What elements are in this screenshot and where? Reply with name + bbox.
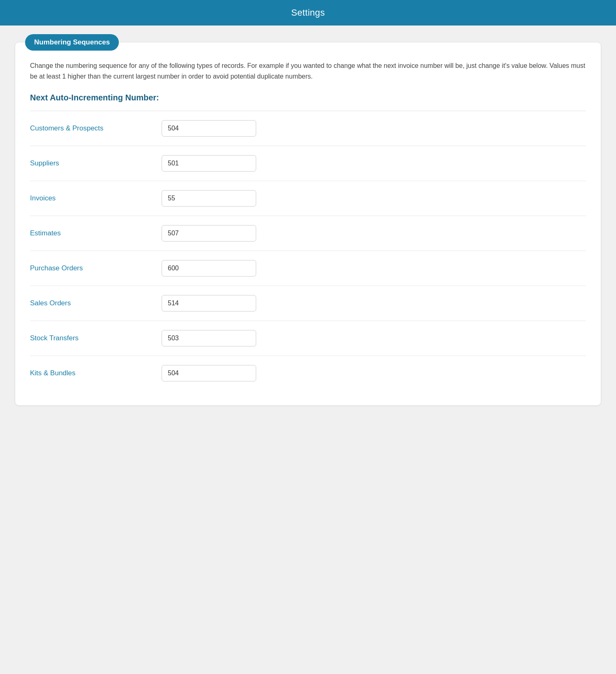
sequence-label: Suppliers	[30, 159, 162, 167]
sequences-container: Customers & ProspectsSuppliersInvoicesEs…	[30, 111, 586, 390]
numbering-sequences-card: Numbering Sequences Change the numbering…	[15, 42, 601, 406]
sequence-label: Estimates	[30, 229, 162, 237]
sequence-input[interactable]	[162, 225, 256, 242]
sequence-input[interactable]	[162, 295, 256, 311]
table-row: Estimates	[30, 216, 586, 251]
section-title: Next Auto-Incrementing Number:	[30, 93, 586, 102]
sequence-label: Customers & Prospects	[30, 124, 162, 132]
table-row: Purchase Orders	[30, 251, 586, 286]
sequence-label: Sales Orders	[30, 299, 162, 307]
sequence-label: Invoices	[30, 194, 162, 202]
table-row: Sales Orders	[30, 286, 586, 321]
table-row: Stock Transfers	[30, 321, 586, 356]
table-row: Kits & Bundles	[30, 356, 586, 390]
header-title: Settings	[291, 7, 325, 18]
table-row: Invoices	[30, 181, 586, 216]
sequence-label: Kits & Bundles	[30, 369, 162, 377]
sequence-input[interactable]	[162, 190, 256, 207]
page-content: Numbering Sequences Change the numbering…	[0, 26, 616, 422]
sequence-input[interactable]	[162, 120, 256, 137]
app-header: Settings	[0, 0, 616, 26]
sequence-input[interactable]	[162, 260, 256, 277]
description-text: Change the numbering sequence for any of…	[30, 60, 586, 81]
card-tab: Numbering Sequences	[25, 34, 119, 51]
sequence-input[interactable]	[162, 330, 256, 346]
sequence-label: Purchase Orders	[30, 264, 162, 272]
sequence-input[interactable]	[162, 365, 256, 381]
table-row: Suppliers	[30, 146, 586, 181]
sequence-label: Stock Transfers	[30, 334, 162, 342]
card-body: Change the numbering sequence for any of…	[15, 42, 601, 405]
sequence-input[interactable]	[162, 155, 256, 172]
table-row: Customers & Prospects	[30, 111, 586, 146]
